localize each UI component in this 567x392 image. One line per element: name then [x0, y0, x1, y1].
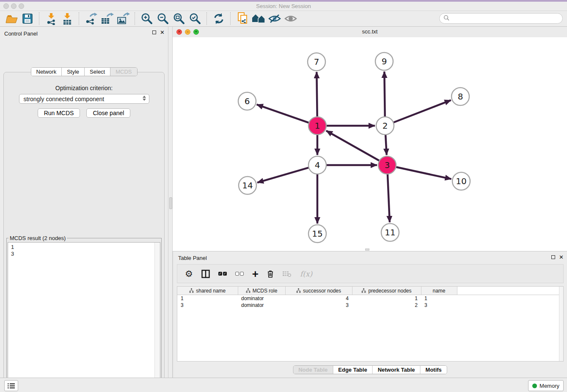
status-bar: Memory: [0, 378, 567, 392]
memory-label: Memory: [539, 383, 559, 389]
mcds-result-text: 1 3: [8, 243, 154, 392]
memory-status-icon: [532, 384, 537, 388]
float-table-panel-icon[interactable]: [551, 255, 555, 259]
column-header-filler: [457, 287, 560, 295]
first-neighbors-icon[interactable]: [250, 11, 267, 26]
table-row[interactable]: 3dominator323: [177, 302, 560, 309]
save-session-icon[interactable]: [19, 11, 36, 26]
tab-network[interactable]: Network: [31, 68, 62, 76]
table-row[interactable]: 1dominator411: [177, 295, 560, 302]
network-canvas[interactable]: 7968124314101511: [173, 37, 567, 251]
list-icon: [8, 383, 15, 389]
graph-edge-2-3[interactable]: [385, 134, 387, 155]
node-table: shared name MCDS role successor nodes pr…: [177, 286, 564, 362]
refresh-layout-icon[interactable]: [211, 11, 227, 26]
gear-icon[interactable]: ⚙: [185, 269, 193, 279]
control-panel-tabs: Network Style Select MCDS: [30, 67, 137, 76]
new-network-from-selection-icon[interactable]: [234, 11, 250, 26]
mcds-result-scrollbar[interactable]: [154, 243, 160, 392]
tab-network-table[interactable]: Network Table: [373, 366, 421, 374]
zoom-fit-icon[interactable]: [171, 11, 187, 26]
tab-mcds[interactable]: MCDS: [110, 68, 137, 76]
search-icon: [443, 15, 449, 22]
search-input[interactable]: [451, 15, 562, 22]
app-title: Session: New Session: [0, 3, 567, 9]
run-mcds-button[interactable]: Run MCDS: [38, 108, 80, 118]
mcds-result-area[interactable]: 1 3: [8, 242, 160, 392]
network-window-titlebar: ✕ – + scc.txt: [173, 27, 567, 38]
graph-edge-3-10[interactable]: [396, 167, 451, 179]
float-panel-icon[interactable]: [152, 30, 156, 34]
column-header-mcds-role[interactable]: MCDS role: [238, 287, 285, 295]
mcds-panel: Optimization criterion: strongly connect…: [3, 72, 165, 392]
zoom-in-icon[interactable]: [139, 11, 155, 26]
show-all-icon[interactable]: [283, 11, 299, 26]
graph-node-label: 11: [385, 227, 395, 237]
graph-edge-3-11[interactable]: [388, 174, 390, 222]
export-image-icon[interactable]: [115, 11, 131, 26]
graph-edge-4-14[interactable]: [257, 168, 309, 183]
dropdown-stepper-icon: [143, 96, 146, 101]
columns-icon[interactable]: [201, 269, 210, 279]
close-table-panel-icon[interactable]: ✕: [559, 255, 564, 259]
column-header-name[interactable]: name: [421, 287, 457, 295]
tab-style[interactable]: Style: [62, 68, 85, 76]
graph-edge-2-9[interactable]: [384, 72, 385, 117]
hide-selected-icon[interactable]: [267, 11, 283, 26]
control-panel: Control Panel ✕ Network Style Select MCD…: [0, 27, 168, 378]
graph-node-label: 2: [383, 121, 388, 131]
optimization-criterion-select[interactable]: strongly connected component: [19, 94, 149, 104]
graph-edge-2-8[interactable]: [393, 100, 451, 123]
application-window: Session: New Session: [0, 0, 567, 392]
control-panel-title: Control Panel: [4, 30, 38, 37]
add-icon[interactable]: +: [252, 269, 259, 279]
zoom-selected-icon[interactable]: [187, 11, 203, 26]
column-header-shared-name[interactable]: shared name: [177, 287, 238, 295]
graph-node-label: 1: [315, 121, 320, 131]
tab-motifs[interactable]: Motifs: [421, 366, 447, 374]
zoom-out-icon[interactable]: [155, 11, 171, 26]
memory-button[interactable]: Memory: [528, 380, 564, 391]
tab-node-table[interactable]: Node Table: [293, 366, 333, 374]
deselect-all-icon[interactable]: [235, 269, 244, 279]
toolbar-separator: [135, 12, 135, 25]
export-table-icon[interactable]: [99, 11, 115, 26]
network-window: ✕ – + scc.txt 7968124314101511: [173, 27, 567, 251]
graph-node-label: 15: [312, 229, 322, 239]
tree-icon: [361, 288, 366, 293]
toolbar-separator: [230, 12, 231, 25]
tab-select[interactable]: Select: [85, 68, 110, 76]
table-tabs: Node Table Edge Table Network Table Moti…: [293, 365, 447, 374]
close-panel-icon[interactable]: ✕: [160, 30, 165, 35]
import-table-icon[interactable]: [59, 11, 75, 26]
export-network-icon[interactable]: [83, 11, 99, 26]
main-toolbar: [0, 11, 567, 27]
select-all-icon[interactable]: ✓✓: [218, 269, 227, 279]
graph-edge-1-6[interactable]: [257, 105, 309, 123]
table-panel-title: Table Panel: [178, 255, 207, 261]
table-scrollbar[interactable]: [559, 287, 563, 361]
graph-node-label: 9: [382, 56, 387, 66]
tab-edge-table[interactable]: Edge Table: [333, 366, 372, 374]
column-header-predecessor-nodes[interactable]: predecessor nodes: [352, 287, 421, 295]
close-panel-button[interactable]: Close panel: [86, 108, 130, 118]
open-file-icon[interactable]: [3, 11, 19, 26]
toolbar-separator: [206, 12, 207, 25]
graph-edge-3-1[interactable]: [326, 131, 380, 161]
graph-node-label: 7: [314, 57, 319, 67]
task-history-button[interactable]: [4, 380, 18, 391]
vertical-splitter[interactable]: [168, 27, 173, 378]
mcds-result-group: MCDS result (2 nodes) 1 3: [6, 235, 162, 392]
column-header-successor-nodes[interactable]: successor nodes: [285, 287, 352, 295]
horizontal-splitter-handle[interactable]: [365, 248, 369, 251]
tree-icon: [189, 288, 194, 293]
graph-node-label: 8: [458, 91, 463, 102]
delete-icon[interactable]: [267, 269, 274, 279]
network-graph[interactable]: 7968124314101511: [173, 37, 567, 251]
import-network-icon[interactable]: [43, 11, 59, 26]
graph-node-label: 10: [456, 176, 466, 186]
search-box[interactable]: [439, 13, 563, 24]
splitter-handle[interactable]: [169, 197, 172, 209]
graph-edge-1-7[interactable]: [317, 72, 317, 117]
graph-node-label: 14: [242, 180, 253, 190]
